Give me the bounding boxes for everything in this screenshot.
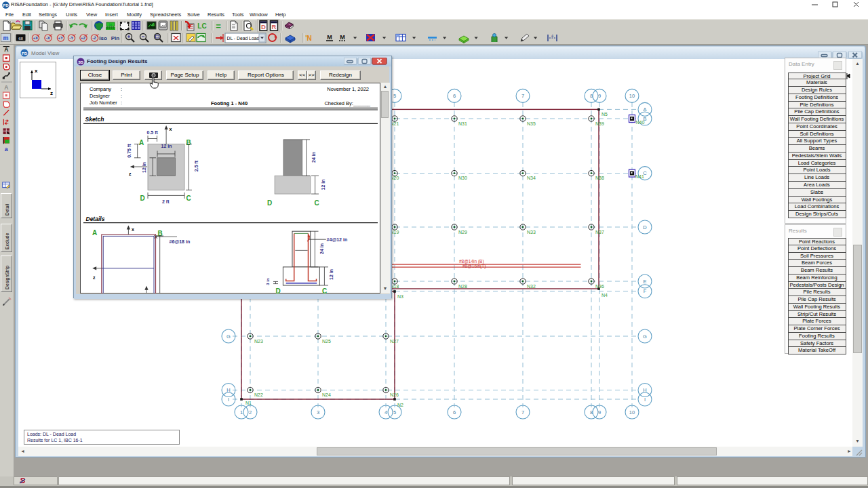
svg-text:in: in [109, 22, 112, 26]
svg-text:2.5 ft: 2.5 ft [194, 160, 199, 171]
svg-text:1: 1 [240, 409, 243, 415]
svg-text:G: G [226, 333, 231, 340]
svg-text:LC: LC [197, 22, 206, 30]
svg-text:z: z [50, 90, 53, 96]
svg-text:N41: N41 [635, 174, 644, 179]
svg-text:N39: N39 [595, 121, 604, 126]
svg-text:FD: FD [3, 3, 9, 7]
svg-text:N31: N31 [458, 121, 467, 126]
svg-text:-X: -X [46, 36, 50, 40]
svg-text:6: 6 [453, 409, 456, 415]
svg-text:-Z: -Z [92, 36, 96, 40]
svg-text:9: 9 [598, 93, 601, 99]
svg-text:M: M [340, 34, 345, 41]
svg-text:x: x [170, 127, 172, 131]
svg-text:N33: N33 [527, 230, 536, 235]
svg-text:N22: N22 [254, 392, 263, 397]
svg-text:N29: N29 [458, 230, 467, 235]
svg-text:2: 2 [249, 409, 252, 415]
svg-text:N4: N4 [601, 293, 608, 298]
svg-text:FD: FD [22, 52, 28, 56]
svg-text:F: F [644, 288, 647, 294]
svg-text:Pln: Pln [111, 35, 120, 41]
svg-text:12 in: 12 in [329, 269, 334, 280]
svg-text:N34: N34 [527, 176, 536, 180]
svg-text:C: C [322, 287, 327, 293]
svg-text:Footing 1 - N40: Footing 1 - N40 [211, 100, 248, 106]
svg-text:N25: N25 [322, 339, 331, 344]
svg-text:A: A [4, 46, 8, 53]
svg-text:G: G [643, 333, 647, 340]
svg-text:Iso: Iso [99, 35, 107, 41]
svg-text:Job Number: Job Number [90, 100, 117, 106]
svg-text:A: A [92, 229, 97, 237]
svg-text:10: 10 [629, 409, 635, 415]
svg-text:D: D [261, 23, 266, 30]
svg-text:DL - Dead Load: DL - Dead Load [227, 36, 260, 41]
svg-text:+Y: +Y [58, 36, 63, 40]
svg-text:Company: Company [90, 86, 111, 92]
svg-text:9: 9 [598, 409, 601, 415]
svg-text:D: D [643, 224, 647, 230]
svg-text:Details: Details [86, 216, 105, 222]
svg-text:x: x [132, 227, 134, 232]
svg-text:24 in: 24 in [311, 152, 316, 163]
svg-text:C: C [186, 195, 191, 202]
svg-text:'N: 'N [305, 35, 312, 42]
svg-text:12 in: 12 in [161, 144, 172, 148]
svg-text:Designer: Designer [90, 93, 111, 99]
svg-text:C: C [315, 199, 319, 207]
svg-text:12 in: 12 in [142, 162, 146, 173]
svg-text:R: R [272, 23, 277, 30]
svg-text:+Z: +Z [81, 36, 86, 40]
svg-text:N27: N27 [390, 339, 399, 344]
svg-text:D: D [276, 287, 281, 293]
svg-text:3 in: 3 in [266, 278, 270, 285]
svg-text:N5: N5 [601, 112, 608, 117]
svg-text:3D: 3D [78, 60, 83, 64]
svg-text:N28: N28 [458, 284, 467, 289]
svg-text::: : [121, 93, 122, 99]
svg-text:N23: N23 [254, 339, 263, 344]
svg-text:5: 5 [393, 409, 396, 415]
svg-text:N40: N40 [636, 120, 645, 125]
svg-text:6: 6 [453, 93, 456, 99]
svg-text:12 in: 12 in [321, 180, 326, 190]
svg-text:68: 68 [18, 37, 23, 41]
svg-text:#4@12 in: #4@12 in [327, 237, 348, 242]
svg-text:+X: +X [33, 36, 38, 40]
svg-text::: : [121, 86, 122, 92]
svg-text:A: A [139, 139, 144, 146]
svg-text:z: z [129, 171, 132, 176]
svg-text:4: 4 [384, 409, 387, 415]
svg-text:x: x [35, 68, 38, 74]
svg-text:M: M [327, 34, 332, 41]
svg-text:D: D [140, 195, 145, 202]
svg-text:November 1, 2022: November 1, 2022 [327, 86, 369, 92]
svg-text:N24: N24 [322, 392, 331, 397]
svg-text:10: 10 [629, 93, 635, 99]
svg-text:A: A [4, 84, 8, 91]
svg-text:N3: N3 [397, 294, 403, 299]
svg-text:4: 4 [551, 34, 553, 38]
svg-text:Sketch: Sketch [85, 116, 104, 123]
svg-text:=: = [216, 21, 221, 31]
svg-text:-Y: -Y [69, 36, 73, 40]
svg-text:N38: N38 [595, 176, 604, 180]
svg-text:a: a [5, 146, 8, 152]
svg-text:N37: N37 [595, 230, 604, 235]
svg-text:3: 3 [317, 409, 319, 415]
svg-text:D: D [267, 199, 272, 207]
svg-text:N1: N1 [245, 401, 252, 405]
svg-text:0.75 ft: 0.75 ft [127, 144, 132, 158]
svg-text:#8@16in(T): #8@16in(T) [462, 264, 486, 269]
svg-text:z: z [93, 275, 96, 280]
svg-text::: : [121, 100, 122, 106]
svg-text:N36: N36 [595, 284, 604, 289]
svg-text:I: I [644, 396, 646, 403]
svg-text:N32: N32 [527, 284, 536, 289]
svg-text:▦: ▦ [152, 22, 155, 26]
svg-text:7: 7 [521, 409, 524, 415]
svg-text:0.5 ft: 0.5 ft [147, 130, 159, 135]
svg-text:N2: N2 [397, 403, 403, 407]
